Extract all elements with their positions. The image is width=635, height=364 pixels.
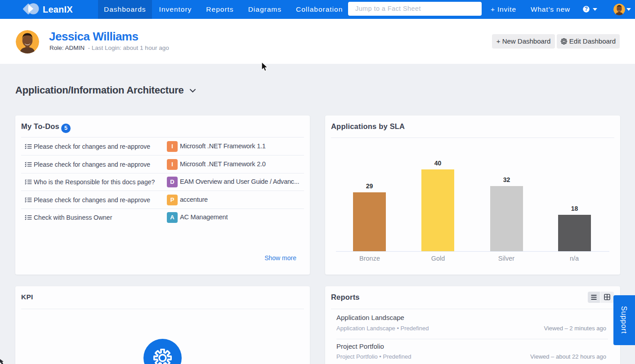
svg-text:?: ? <box>585 6 588 12</box>
